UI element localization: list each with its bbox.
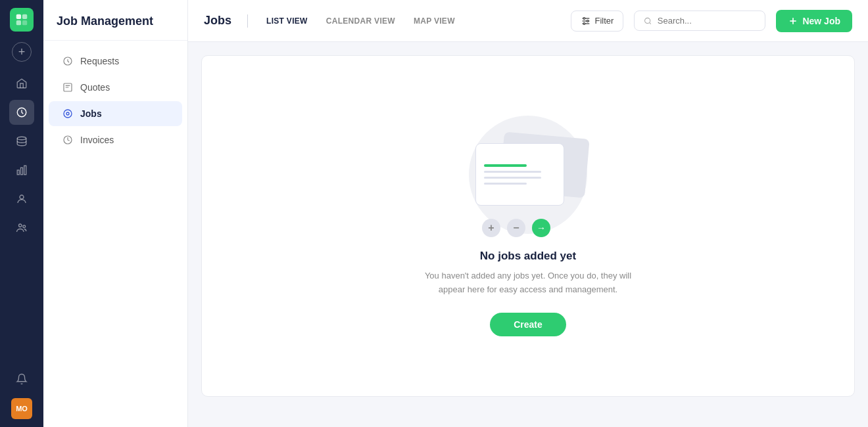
- new-job-button[interactable]: New Job: [776, 10, 852, 32]
- add-button[interactable]: +: [12, 42, 32, 62]
- empty-title: No jobs added yet: [480, 250, 576, 263]
- filter-button[interactable]: Filter: [571, 11, 624, 32]
- tab-map-view[interactable]: MAP VIEW: [406, 13, 463, 29]
- svg-rect-3: [22, 20, 27, 25]
- empty-illustration: + − →: [462, 116, 594, 234]
- sidebar-title: Job Management: [43, 0, 187, 41]
- svg-rect-1: [22, 14, 27, 19]
- create-button[interactable]: Create: [490, 313, 566, 336]
- invoices-label: Invoices: [80, 135, 114, 145]
- jobs-nav-icon: [62, 108, 74, 120]
- svg-rect-2: [16, 20, 21, 25]
- svg-line-27: [650, 22, 651, 24]
- svg-rect-0: [16, 14, 21, 19]
- analytics-rail-icon[interactable]: [9, 158, 34, 183]
- main-content: Jobs LIST VIEW CALENDAR VIEW MAP VIEW Fi…: [188, 0, 868, 427]
- sidebar-item-quotes[interactable]: Quotes: [49, 75, 182, 100]
- svg-point-11: [23, 225, 26, 228]
- sidebar-item-jobs[interactable]: Jobs: [49, 101, 182, 126]
- team-rail-icon[interactable]: [9, 215, 34, 240]
- plus-icon: [788, 16, 798, 26]
- illus-doc-front: [475, 143, 564, 206]
- quotes-icon: [62, 81, 74, 93]
- svg-point-19: [583, 22, 585, 24]
- svg-point-9: [20, 195, 24, 199]
- illus-buttons: + − →: [482, 219, 550, 237]
- svg-rect-7: [21, 168, 23, 175]
- app-logo[interactable]: [10, 8, 34, 32]
- notifications-icon[interactable]: [9, 367, 34, 392]
- sidebar-item-requests[interactable]: Requests: [49, 49, 182, 74]
- svg-point-14: [64, 110, 72, 118]
- page-title: Jobs: [204, 14, 231, 28]
- invoices-icon: [62, 134, 74, 146]
- svg-rect-8: [24, 166, 26, 175]
- search-icon: [644, 16, 652, 26]
- filter-icon: [581, 16, 591, 26]
- sidebar: Job Management Requests Quotes: [43, 0, 188, 427]
- user-avatar[interactable]: MO: [11, 398, 32, 419]
- sidebar-nav: Requests Quotes Jobs: [43, 41, 187, 160]
- new-job-label: New Job: [802, 16, 840, 26]
- illus-line-green: [484, 164, 527, 167]
- contacts-rail-icon[interactable]: [9, 187, 34, 212]
- illus-btn-plus: +: [482, 219, 500, 237]
- svg-point-17: [583, 17, 585, 19]
- search-box[interactable]: [634, 11, 765, 31]
- jobs-label: Jobs: [80, 108, 102, 119]
- search-input[interactable]: [658, 16, 756, 26]
- storage-rail-icon[interactable]: [9, 129, 34, 154]
- jobs-rail-icon[interactable]: [9, 100, 34, 125]
- empty-state-card: + − → No jobs added yet You haven't adde…: [201, 55, 855, 397]
- illus-line-gray-2: [484, 177, 541, 179]
- tab-calendar-view[interactable]: CALENDAR VIEW: [318, 13, 403, 29]
- topbar: Jobs LIST VIEW CALENDAR VIEW MAP VIEW Fi…: [188, 0, 868, 42]
- quotes-label: Quotes: [80, 82, 110, 93]
- svg-point-18: [587, 20, 589, 22]
- content-area: + − → No jobs added yet You haven't adde…: [188, 42, 868, 427]
- sidebar-item-invoices[interactable]: Invoices: [49, 127, 182, 152]
- requests-icon: [62, 55, 74, 67]
- svg-point-26: [645, 18, 650, 23]
- icon-rail: +: [0, 0, 43, 427]
- home-nav-icon[interactable]: [9, 71, 34, 96]
- filter-label: Filter: [595, 16, 614, 26]
- requests-label: Requests: [80, 56, 119, 66]
- view-tabs: LIST VIEW CALENDAR VIEW MAP VIEW: [258, 13, 463, 29]
- illus-line-gray-3: [484, 183, 527, 185]
- svg-point-5: [17, 137, 26, 140]
- svg-point-15: [66, 112, 69, 115]
- svg-point-10: [19, 224, 22, 227]
- empty-description: You haven't added any jobs yet. Once you…: [416, 269, 640, 297]
- illus-btn-minus: −: [507, 219, 525, 237]
- topbar-divider: [247, 14, 248, 28]
- tab-list-view[interactable]: LIST VIEW: [258, 13, 316, 29]
- illus-line-gray-1: [484, 171, 541, 173]
- illus-btn-arrow: →: [532, 219, 550, 237]
- svg-rect-6: [17, 170, 19, 175]
